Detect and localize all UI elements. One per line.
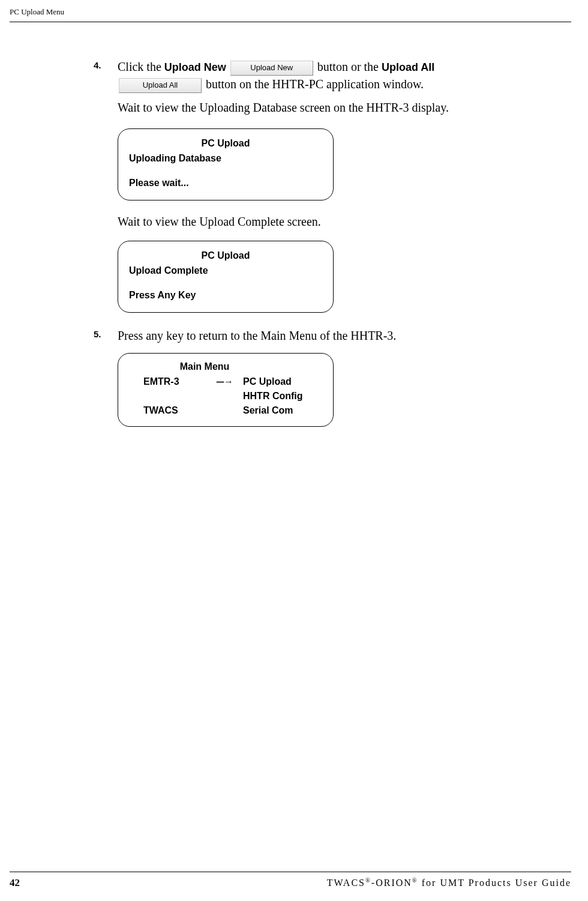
header-divider xyxy=(10,22,571,22)
menu-spacer xyxy=(215,403,243,418)
step-body: Press any key to return to the Main Menu… xyxy=(118,327,547,345)
main-content: 4. Click the Upload New Upload New butto… xyxy=(94,58,547,427)
registered-icon: ® xyxy=(365,877,371,884)
footer-divider xyxy=(10,872,571,872)
hhtr-screen-uploading: PC Upload Uploading Database Please wait… xyxy=(118,128,334,200)
step-text: button or the xyxy=(314,60,382,73)
menu-item-empty xyxy=(143,389,215,403)
step-text: Wait to view the Uploading Database scre… xyxy=(118,99,547,116)
step-text: button on the HHTR-PC application window… xyxy=(203,77,424,91)
header-title: PC Upload Menu xyxy=(10,7,64,16)
footer-text: TWACS®-ORION® for UMT Products User Guid… xyxy=(327,877,571,888)
screen-title: PC Upload xyxy=(129,136,322,150)
hhtr-main-menu: Main Menu EMTR-3 ⸺→ PC Upload HHTR Confi… xyxy=(118,353,334,427)
footer-row: 42 TWACS®-ORION® for UMT Products User G… xyxy=(10,877,571,889)
footer-brand-1: TWACS xyxy=(327,878,365,888)
menu-item-pc-upload: PC Upload xyxy=(243,375,322,389)
step-number: 5. xyxy=(94,327,118,345)
page-footer: 42 TWACS®-ORION® for UMT Products User G… xyxy=(10,872,571,889)
registered-icon: ® xyxy=(412,877,418,884)
step-text: Click the xyxy=(118,60,164,73)
screen-title: PC Upload xyxy=(129,249,322,262)
hhtr-screen-complete: PC Upload Upload Complete Press Any Key xyxy=(118,241,334,313)
step-body: Click the Upload New Upload New button o… xyxy=(118,58,547,116)
screen-line: Please wait... xyxy=(129,176,322,190)
menu-item-hhtr-config: HHTR Config xyxy=(243,389,322,403)
screen-line: Uploading Database xyxy=(129,151,322,165)
step-4: 4. Click the Upload New Upload New butto… xyxy=(94,58,547,116)
menu-row: TWACS Serial Com xyxy=(129,403,322,418)
footer-tail: for UMT Products User Guide xyxy=(418,878,571,888)
paragraph: Wait to view the Upload Complete screen. xyxy=(118,215,547,229)
menu-item-emtr3: EMTR-3 xyxy=(143,375,215,389)
menu-row: HHTR Config xyxy=(129,389,322,403)
menu-row: EMTR-3 ⸺→ PC Upload xyxy=(129,375,322,389)
arrow-icon: ⸺→ xyxy=(215,375,243,389)
step-5: 5. Press any key to return to the Main M… xyxy=(94,327,547,345)
upload-all-button[interactable]: Upload All xyxy=(119,78,202,93)
menu-title: Main Menu xyxy=(87,360,322,374)
screen-line: Upload Complete xyxy=(129,264,322,277)
upload-all-label: Upload All xyxy=(382,61,434,73)
menu-item-serial-com: Serial Com xyxy=(243,403,322,418)
menu-spacer xyxy=(215,389,243,403)
step-number: 4. xyxy=(94,58,118,116)
footer-brand-2: -ORION xyxy=(371,878,412,888)
screen-line: Press Any Key xyxy=(129,288,322,302)
page-number: 42 xyxy=(10,877,20,889)
page-header: PC Upload Menu xyxy=(10,7,571,17)
menu-item-twacs: TWACS xyxy=(143,403,215,418)
upload-new-label: Upload New xyxy=(164,61,226,73)
upload-new-button[interactable]: Upload New xyxy=(230,61,313,76)
